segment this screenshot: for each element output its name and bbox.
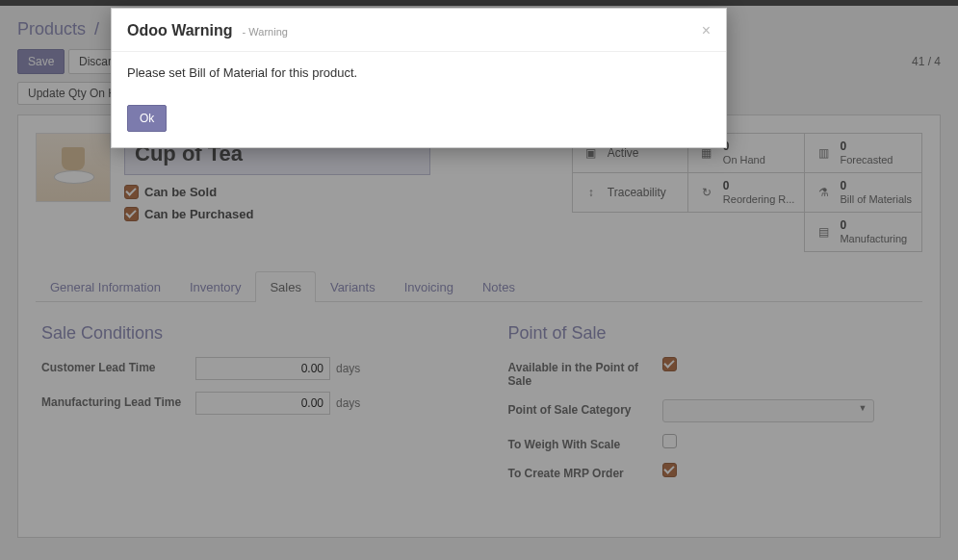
modal-title: Odoo Warning xyxy=(127,22,233,39)
modal-message: Please set Bill of Material for this pro… xyxy=(112,56,726,97)
modal-subtitle: - Warning xyxy=(243,26,288,38)
close-icon[interactable]: × xyxy=(702,22,711,39)
warning-modal: Odoo Warning - Warning × Please set Bill… xyxy=(111,8,727,148)
ok-button[interactable]: Ok xyxy=(127,105,167,132)
